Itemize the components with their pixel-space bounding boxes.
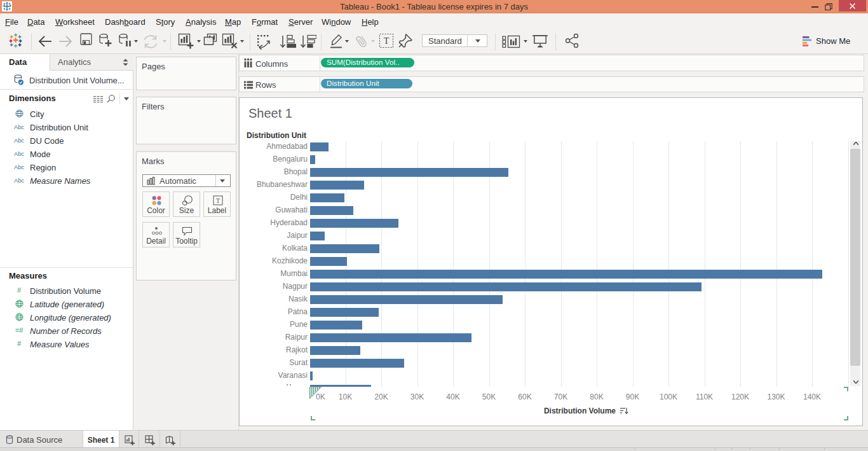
svg-text:T: T xyxy=(216,197,220,204)
svg-text:T: T xyxy=(384,36,390,46)
